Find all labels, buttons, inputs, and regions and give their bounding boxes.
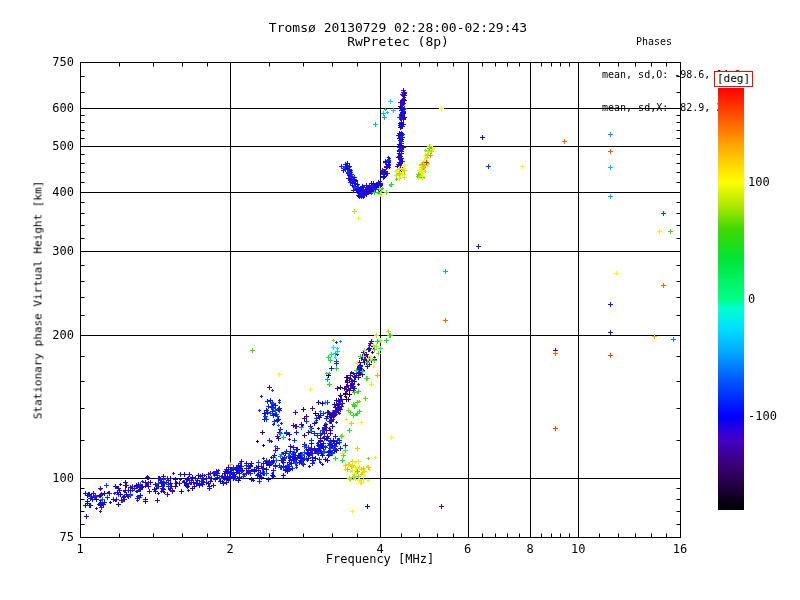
colorbar-tick-label: -100	[748, 409, 777, 423]
ionogram-app: Tromsø 20130729 02:28:00-02:29:43 RwPret…	[0, 0, 800, 600]
y-tick-label: 100	[40, 471, 74, 485]
colorbar-tick-label: 0	[748, 292, 755, 306]
y-tick-label: 500	[40, 139, 74, 153]
x-tick-label: 10	[558, 542, 598, 556]
x-tick-label: 4	[360, 542, 400, 556]
y-axis-label: Stationary phase Virtual Height [km]	[32, 181, 45, 419]
colorbar-tick-label: 100	[748, 175, 770, 189]
colorbar-unit-label: [deg]	[714, 71, 753, 87]
x-tick-label: 2	[210, 542, 250, 556]
y-tick-label: 600	[40, 101, 74, 115]
y-tick-label: 300	[40, 244, 74, 258]
y-tick-label: 200	[40, 328, 74, 342]
phase-colorbar	[718, 88, 744, 510]
x-tick-label: 6	[448, 542, 488, 556]
x-tick-label: 1	[60, 542, 100, 556]
y-tick-label: 750	[40, 55, 74, 69]
y-tick-label: 400	[40, 185, 74, 199]
x-tick-label: 8	[510, 542, 550, 556]
x-tick-label: 16	[660, 542, 700, 556]
phase-stats-title: Phases	[602, 36, 740, 47]
